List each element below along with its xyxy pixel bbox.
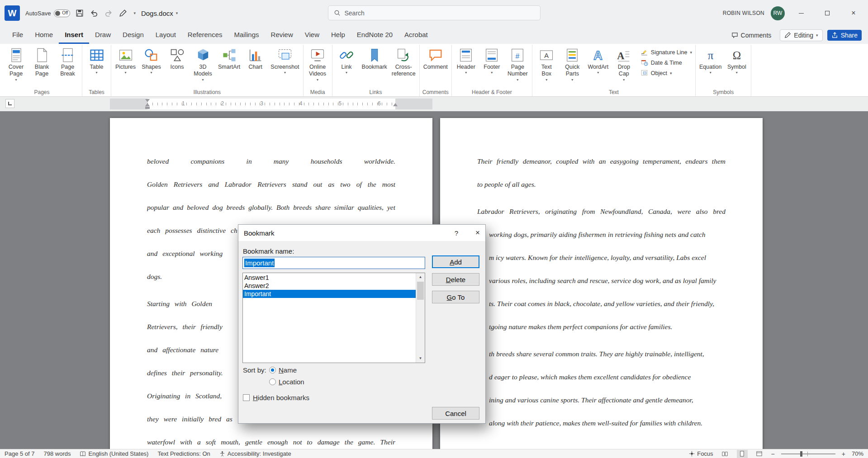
document-title[interactable]: Dogs.docx ▾ bbox=[141, 9, 178, 17]
focus-mode-button[interactable]: Focus bbox=[689, 450, 713, 457]
tab-selector[interactable] bbox=[5, 99, 14, 108]
save-icon[interactable] bbox=[76, 9, 84, 17]
tab-home[interactable]: Home bbox=[29, 26, 59, 44]
ribbon-button-comment[interactable]: Comment bbox=[421, 45, 450, 75]
text-predictions[interactable]: Text Predictions: On bbox=[157, 450, 210, 457]
zoom-level[interactable]: 70% bbox=[852, 450, 863, 457]
tab-insert[interactable]: Insert bbox=[59, 26, 89, 44]
bookmark-name-input[interactable]: Important bbox=[242, 257, 425, 269]
zoom-slider[interactable] bbox=[781, 450, 835, 458]
ribbon-button-page-break[interactable]: PageBreak bbox=[55, 45, 81, 82]
hanging-indent-marker[interactable] bbox=[145, 101, 150, 106]
ribbon-button-signature-line[interactable]: Signature Line▾ bbox=[640, 48, 692, 56]
avatar[interactable]: RW bbox=[771, 6, 785, 20]
ribbon-button-quick-parts[interactable]: QuickParts▾ bbox=[560, 45, 585, 82]
delete-button[interactable]: Delete bbox=[432, 273, 479, 286]
ribbon-button-smartart[interactable]: SmartArt bbox=[216, 45, 242, 75]
tab-layout[interactable]: Layout bbox=[150, 26, 182, 44]
word-logo[interactable]: W bbox=[5, 5, 20, 21]
ribbon-button-object[interactable]: Object▾ bbox=[640, 69, 692, 77]
tab-endnote-20[interactable]: EndNote 20 bbox=[351, 26, 398, 44]
read-mode-button[interactable] bbox=[720, 450, 730, 458]
tab-references[interactable]: References bbox=[182, 26, 228, 44]
ribbon-button-screenshot[interactable]: Screenshot▾ bbox=[268, 45, 301, 75]
ribbon-button-online-videos[interactable]: OnlineVideos▾ bbox=[305, 45, 331, 82]
ribbon-button-blank-page[interactable]: BlankPage bbox=[29, 45, 55, 82]
print-layout-button[interactable] bbox=[737, 450, 748, 458]
undo-icon[interactable] bbox=[90, 9, 98, 17]
ribbon-button-icons[interactable]: Icons bbox=[164, 45, 190, 75]
left-indent-marker[interactable] bbox=[145, 107, 150, 109]
ribbon-button-3d-models[interactable]: 3DModels▾ bbox=[190, 45, 216, 82]
radio-name[interactable] bbox=[269, 367, 276, 373]
ribbon-button-chart[interactable]: Chart bbox=[242, 45, 268, 75]
ribbon-button-drop-cap[interactable]: DropCap▾ bbox=[611, 45, 637, 82]
autosave-control[interactable]: AutoSave Off bbox=[25, 9, 70, 17]
sort-name-option[interactable]: Name bbox=[269, 366, 297, 374]
chevron-down-icon[interactable]: ▾ bbox=[133, 11, 136, 15]
add-button[interactable]: Add bbox=[432, 255, 479, 268]
zoom-in-button[interactable]: + bbox=[842, 450, 845, 458]
ribbon-button-pictures[interactable]: Pictures▾ bbox=[113, 45, 138, 75]
tab-draw[interactable]: Draw bbox=[89, 26, 117, 44]
editing-mode-button[interactable]: Editing ▾ bbox=[780, 29, 822, 41]
tab-view[interactable]: View bbox=[299, 26, 325, 44]
ribbon-button-text-box[interactable]: TextBox▾ bbox=[534, 45, 560, 82]
list-scrollbar[interactable]: ▲ ▼ bbox=[416, 273, 425, 363]
hidden-bookmarks-checkbox[interactable] bbox=[243, 394, 250, 401]
tab-review[interactable]: Review bbox=[265, 26, 299, 44]
tab-design[interactable]: Design bbox=[117, 26, 150, 44]
document-page-right[interactable]: Their friendly demeanor, coupled with an… bbox=[440, 118, 763, 449]
comments-button[interactable]: Comments bbox=[727, 30, 776, 41]
ribbon-button-header[interactable]: Header▾ bbox=[453, 45, 479, 75]
ribbon-button-shapes[interactable]: Shapes▾ bbox=[138, 45, 164, 75]
ribbon-button-page-number[interactable]: PageNumber▾ bbox=[505, 45, 531, 82]
maximize-button[interactable] bbox=[817, 4, 837, 22]
hidden-bookmarks-option[interactable]: Hidden bookmarks bbox=[243, 394, 309, 401]
scroll-thumb[interactable] bbox=[417, 282, 424, 300]
bookmark-item-answer2[interactable]: Answer2 bbox=[243, 282, 416, 290]
word-count[interactable]: 798 words bbox=[44, 450, 71, 457]
help-button[interactable]: ? bbox=[455, 229, 458, 237]
zoom-out-button[interactable]: − bbox=[771, 450, 775, 458]
go-to-button[interactable]: Go To bbox=[432, 291, 479, 303]
search-input[interactable]: Search bbox=[328, 5, 541, 20]
dialog-titlebar[interactable]: Bookmark ? × bbox=[238, 225, 485, 241]
horizontal-ruler[interactable]: 123456 bbox=[110, 99, 432, 109]
bookmark-item-answer1[interactable]: Answer1 bbox=[243, 274, 416, 282]
sort-location-option[interactable]: Location bbox=[269, 378, 304, 386]
ribbon-button-bookmark[interactable]: Bookmark bbox=[360, 45, 389, 75]
tab-file[interactable]: File bbox=[6, 26, 29, 44]
radio-location[interactable] bbox=[269, 378, 276, 385]
ribbon-button-link[interactable]: Link▾ bbox=[334, 45, 360, 75]
ribbon-button-symbol[interactable]: Symbol▾ bbox=[724, 45, 749, 75]
bookmark-item-important[interactable]: Important bbox=[243, 290, 416, 298]
ribbon-button-footer[interactable]: Footer▾ bbox=[479, 45, 505, 75]
ribbon-button-equation[interactable]: Equation▾ bbox=[697, 45, 724, 75]
language-indicator[interactable]: English (United States) bbox=[80, 450, 148, 457]
page-indicator[interactable]: Page 5 of 7 bbox=[5, 450, 35, 457]
ribbon-button-cover-page[interactable]: CoverPage▾ bbox=[3, 45, 29, 82]
tab-help[interactable]: Help bbox=[325, 26, 351, 44]
right-indent-marker[interactable] bbox=[393, 101, 398, 106]
minimize-button[interactable] bbox=[791, 4, 811, 22]
zoom-thumb[interactable] bbox=[800, 451, 802, 457]
dialog-close-button[interactable]: × bbox=[475, 228, 480, 237]
tab-acrobat[interactable]: Acrobat bbox=[398, 26, 434, 44]
scroll-down-icon[interactable]: ▼ bbox=[416, 354, 425, 363]
bookmark-list[interactable]: Answer1Answer2Important ▲ ▼ bbox=[242, 273, 425, 363]
tab-mailings[interactable]: Mailings bbox=[228, 26, 265, 44]
web-layout-button[interactable] bbox=[754, 450, 765, 458]
ribbon-button-date-time[interactable]: Date & Time bbox=[640, 59, 692, 66]
redo-icon[interactable] bbox=[104, 9, 113, 17]
ribbon-button-table[interactable]: Table▾ bbox=[84, 45, 109, 75]
ribbon-button-cross-reference[interactable]: Cross-reference bbox=[389, 45, 418, 82]
ribbon-button-wordart[interactable]: WordArt▾ bbox=[585, 45, 611, 75]
share-button[interactable]: Share bbox=[827, 30, 862, 41]
close-button[interactable]: × bbox=[844, 4, 863, 22]
cancel-button[interactable]: Cancel bbox=[432, 407, 479, 420]
autosave-toggle[interactable]: Off bbox=[54, 9, 70, 17]
scroll-up-icon[interactable]: ▲ bbox=[416, 273, 425, 281]
accessibility-status[interactable]: Accessibility: Investigate bbox=[219, 450, 291, 457]
pen-icon[interactable] bbox=[119, 9, 127, 17]
